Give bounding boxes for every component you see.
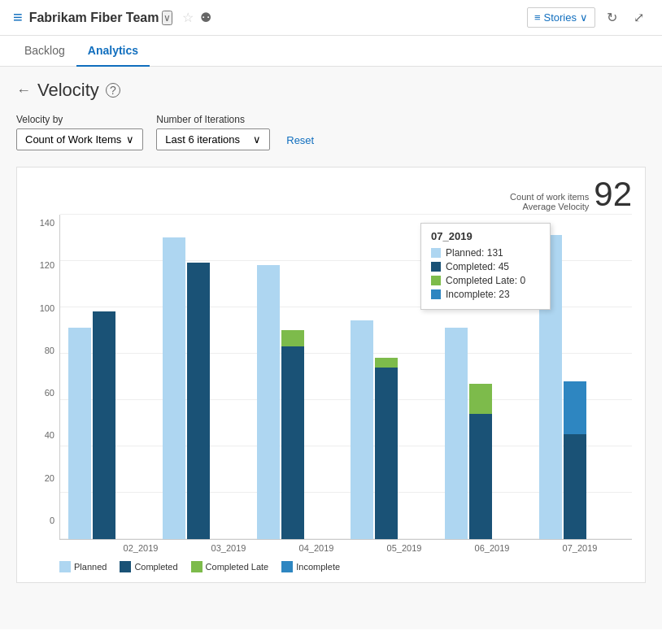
favorite-icon[interactable]: ☆ [182, 10, 194, 25]
y-axis-label: 60 [30, 388, 54, 398]
y-axis-label: 20 [30, 473, 54, 483]
chart-meta-label1: Count of work items [510, 192, 589, 202]
stories-label: Stories [544, 11, 577, 24]
bar-planned[interactable] [445, 328, 468, 539]
legend-color-planned [59, 561, 71, 572]
bar-completed[interactable] [375, 368, 398, 539]
tab-analytics[interactable]: Analytics [76, 36, 150, 67]
chart-meta-labels: Count of work items Average Velocity [510, 192, 589, 211]
chart-average-velocity: 92 [594, 177, 632, 211]
bars-container: 07_2019Planned: 131Completed: 45Complete… [59, 215, 632, 540]
app-header: ≡ Fabrikam Fiber Team ∨ ☆ ⚉ ≡ Stories ∨ … [0, 0, 662, 36]
bar-planned[interactable] [257, 265, 280, 539]
bar-group[interactable] [539, 235, 624, 539]
bar-completedlate[interactable] [281, 330, 304, 346]
tooltip-row-text: Incomplete: 23 [446, 289, 510, 300]
x-labels: 02_201903_201904_201905_201906_201907_20… [89, 540, 632, 553]
bar-stack [187, 263, 210, 539]
x-axis-label: 04_2019 [272, 540, 360, 553]
legend-color-completedlate [191, 561, 203, 572]
grid-line [60, 214, 632, 215]
back-button[interactable]: ← [16, 82, 31, 99]
bar-group[interactable] [445, 328, 529, 539]
bar-completed[interactable] [93, 311, 115, 539]
x-axis-label: 05_2019 [360, 540, 448, 553]
bar-planned[interactable] [68, 328, 91, 539]
legend: PlannedCompletedCompleted LateIncomplete [59, 561, 632, 572]
legend-label-completed: Completed [134, 562, 177, 572]
controls-bar: Velocity by Count of Work Items ∨ Number… [16, 114, 646, 150]
y-axis-label: 120 [30, 260, 54, 270]
legend-item-incomplete: Incomplete [281, 561, 340, 572]
chart-wrapper: 020406080100120140 07_2019Planned: 131Co… [30, 215, 632, 553]
stories-icon: ≡ [534, 11, 541, 24]
bar-group[interactable] [351, 320, 435, 539]
team-icon[interactable]: ⚉ [200, 10, 211, 25]
bar-stack [281, 330, 304, 539]
velocity-by-dropdown[interactable]: Count of Work Items ∨ [16, 128, 143, 150]
iterations-label: Number of Iterations [156, 114, 270, 125]
bar-completedlate[interactable] [375, 358, 398, 367]
stories-chevron-icon: ∨ [580, 11, 588, 24]
tooltip-row-text: Completed Late: 0 [446, 275, 525, 286]
tooltip-row-text: Planned: 131 [446, 247, 503, 259]
legend-label-incomplete: Incomplete [296, 562, 340, 572]
bar-stack [93, 311, 115, 539]
x-axis-label: 07_2019 [536, 540, 624, 553]
team-name: Fabrikam Fiber Team [29, 11, 159, 25]
header-actions: ≡ Stories ∨ ↻ ⤢ [527, 7, 649, 28]
bar-completedlate[interactable] [469, 384, 492, 414]
bar-group[interactable] [163, 237, 247, 539]
expand-button[interactable]: ⤢ [629, 7, 649, 28]
tooltip-row: Completed: 45 [431, 261, 540, 272]
refresh-button[interactable]: ↻ [602, 7, 622, 28]
tooltip-row: Planned: 131 [431, 247, 540, 259]
team-chevron-button[interactable]: ∨ [162, 11, 172, 25]
bar-stack [375, 358, 398, 539]
tooltip-row: Incomplete: 23 [431, 289, 540, 300]
legend-item-completedlate: Completed Late [191, 561, 269, 572]
bar-planned[interactable] [351, 320, 373, 539]
reset-button[interactable]: Reset [283, 130, 317, 150]
tooltip-title: 07_2019 [431, 230, 540, 242]
page-content: ← Velocity ? Velocity by Count of Work I… [0, 67, 662, 629]
bar-group[interactable] [257, 265, 342, 539]
app-icon: ≡ [13, 8, 23, 27]
iterations-group: Number of Iterations Last 6 iterations ∨ [156, 114, 270, 150]
iterations-dropdown[interactable]: Last 6 iterations ∨ [156, 128, 270, 150]
chart-area: Count of work items Average Velocity 92 … [16, 167, 646, 583]
legend-label-completedlate: Completed Late [206, 562, 269, 572]
bar-incomplete[interactable] [564, 381, 586, 435]
tooltip: 07_2019Planned: 131Completed: 45Complete… [420, 223, 551, 310]
y-axis-label: 80 [30, 346, 54, 355]
velocity-by-label: Velocity by [16, 114, 143, 125]
bar-stack [469, 384, 492, 539]
bar-planned[interactable] [163, 237, 185, 539]
y-axis-label: 140 [30, 218, 54, 228]
chart-meta: Count of work items Average Velocity 92 [30, 177, 632, 211]
bar-completed[interactable] [187, 263, 210, 539]
bar-completed[interactable] [281, 346, 304, 539]
legend-item-planned: Planned [59, 561, 107, 572]
bar-completed[interactable] [564, 434, 586, 539]
velocity-by-group: Velocity by Count of Work Items ∨ [16, 114, 143, 150]
y-axis-label: 40 [30, 430, 54, 440]
velocity-by-chevron-icon: ∨ [126, 133, 134, 146]
tooltip-row: Completed Late: 0 [431, 275, 540, 286]
x-axis-label: 03_2019 [185, 540, 272, 553]
page-header: ← Velocity ? [16, 80, 646, 101]
iterations-value: Last 6 iterations [165, 133, 240, 146]
tooltip-color-dot [431, 248, 441, 258]
tooltip-color-dot [431, 262, 441, 272]
help-icon[interactable]: ? [106, 83, 120, 98]
tab-backlog[interactable]: Backlog [13, 36, 76, 67]
nav-tabs: Backlog Analytics [0, 36, 662, 67]
bar-group[interactable] [68, 311, 153, 539]
legend-item-completed: Completed [120, 561, 177, 572]
iterations-chevron-icon: ∨ [253, 133, 261, 146]
tooltip-color-dot [431, 289, 441, 299]
bar-completed[interactable] [469, 414, 492, 539]
stories-button[interactable]: ≡ Stories ∨ [527, 7, 595, 28]
y-axis-label: 0 [30, 516, 54, 525]
chart-meta-label2: Average Velocity [510, 202, 589, 211]
